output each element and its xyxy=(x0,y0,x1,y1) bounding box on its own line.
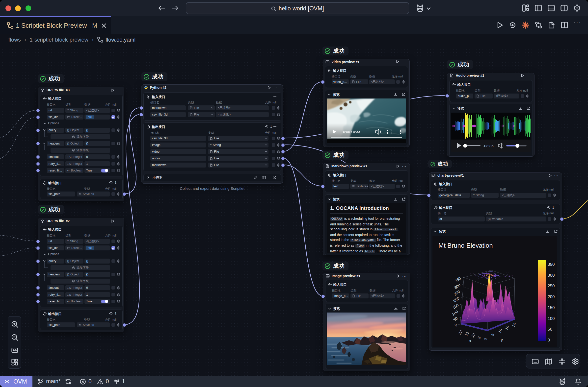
svg-text:200: 200 xyxy=(453,296,460,303)
svg-text:250: 250 xyxy=(548,284,555,288)
svg-text:150: 150 xyxy=(452,303,459,310)
svg-text:300: 300 xyxy=(454,283,461,290)
svg-text:350: 350 xyxy=(454,276,462,283)
svg-text:50: 50 xyxy=(453,316,458,322)
svg-text:150: 150 xyxy=(548,305,555,310)
svg-text:20: 20 xyxy=(511,322,517,328)
svg-text:y: y xyxy=(501,338,503,342)
svg-text:100: 100 xyxy=(548,316,555,321)
svg-text:100: 100 xyxy=(451,309,459,316)
svg-text:5: 5 xyxy=(477,336,481,340)
svg-text:250: 250 xyxy=(453,289,461,296)
svg-text:0: 0 xyxy=(454,323,458,327)
svg-text:15: 15 xyxy=(464,331,470,337)
svg-text:200: 200 xyxy=(548,294,555,299)
svg-text:20: 20 xyxy=(457,329,463,335)
svg-text:-03:35: -03:35 xyxy=(483,144,494,148)
svg-text:50: 50 xyxy=(548,327,552,332)
svg-text:10: 10 xyxy=(470,332,476,338)
svg-text:300: 300 xyxy=(548,273,555,278)
svg-text:10: 10 xyxy=(497,328,503,334)
svg-text:350: 350 xyxy=(548,262,555,267)
svg-text:0:00 / 0:33: 0:00 / 0:33 xyxy=(343,130,360,134)
svg-text:x: x xyxy=(469,339,471,343)
svg-text:15: 15 xyxy=(504,325,510,331)
svg-text:5: 5 xyxy=(490,333,495,337)
svg-text:Mt Bruno Elevation: Mt Bruno Elevation xyxy=(438,242,493,249)
svg-text:0: 0 xyxy=(483,337,488,341)
svg-text:0: 0 xyxy=(548,338,550,342)
